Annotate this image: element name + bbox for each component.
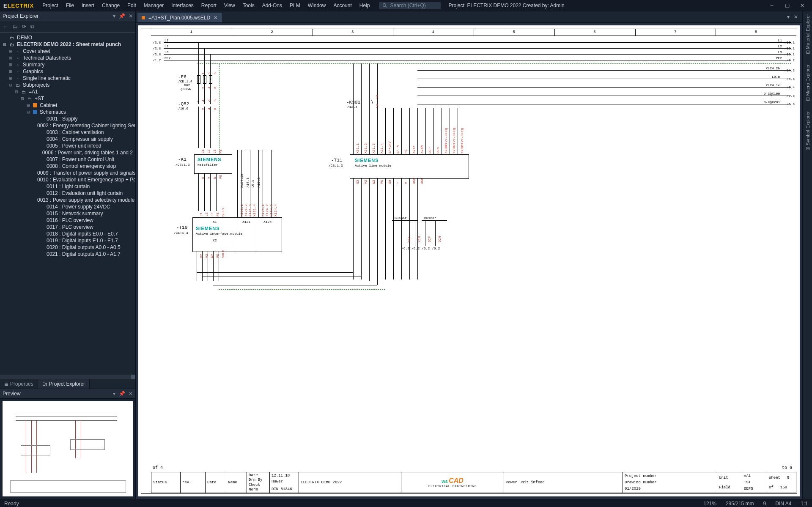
- tree-page-0012[interactable]: 0012 : Evaluation unit light curtain: [0, 190, 135, 197]
- tree-page-0020[interactable]: 0020 : Digital outputs A0.0 - A0.5: [0, 244, 135, 251]
- tree-twisty-icon[interactable]: ⊞: [8, 76, 13, 80]
- q52-ref: /10.6: [178, 107, 188, 110]
- panel-dropdown-icon[interactable]: ▾: [113, 391, 115, 397]
- tree-st[interactable]: ⊟🗀+ST: [0, 95, 135, 102]
- menu-view[interactable]: View: [221, 1, 239, 10]
- menu-plm[interactable]: PLM: [286, 1, 304, 10]
- menu-edit[interactable]: Edit: [124, 1, 140, 10]
- k301-pin: 13: [375, 95, 379, 99]
- tree-page-0005[interactable]: 0005 : Power unit infeed: [0, 143, 135, 149]
- doc-tabs-dropdown-icon[interactable]: ▾: [787, 14, 790, 20]
- tree-scrollbar-h[interactable]: [0, 375, 135, 379]
- tree-page-0014[interactable]: 0014 : Power supply 24VDC: [0, 203, 135, 210]
- tree-page-0002[interactable]: 0002 : Energy metering Cabinet lighting …: [0, 122, 135, 129]
- tab-project-explorer[interactable]: 🗂 Project Explorer: [38, 379, 90, 389]
- tree-page-0008[interactable]: 0008 : Control emergency stop: [0, 163, 135, 170]
- tb-date2-label: Date: [249, 473, 268, 477]
- tree-page-0017[interactable]: 0017 : PLC overview: [0, 224, 135, 230]
- status-zoom[interactable]: 121%: [703, 501, 716, 507]
- tree-page-0001[interactable]: 0001 : Supply: [0, 115, 135, 122]
- tree-page-0011[interactable]: 0011 : Light curtain: [0, 183, 135, 190]
- tree-page-0016[interactable]: 0016 : PLC overview: [0, 217, 135, 224]
- tree-a1[interactable]: ⊟🗀=A1: [0, 88, 135, 95]
- rail-symbol-explorer[interactable]: ⊞ Symbol Explorer: [805, 111, 810, 151]
- menu-insert[interactable]: Insert: [78, 1, 98, 10]
- menu-manager[interactable]: Manager: [140, 1, 167, 10]
- tree-page-0004[interactable]: 0004 : Compressor air supply: [0, 136, 135, 143]
- menu-addons[interactable]: Add-Ons: [259, 1, 285, 10]
- close-button[interactable]: ✕: [795, 0, 809, 11]
- maximize-button[interactable]: ▢: [780, 0, 794, 11]
- menu-help[interactable]: Help: [356, 1, 373, 10]
- menu-report[interactable]: Report: [198, 1, 220, 10]
- menu-interfaces[interactable]: Interfaces: [168, 1, 197, 10]
- tree-node-icon: [39, 157, 44, 162]
- k1-ref: /CE:1.3: [176, 163, 190, 167]
- tree-project-root[interactable]: ⊟🗀ELECTRIX DEMO 2022 : Sheet metal punch: [0, 41, 135, 48]
- tree-node-icon: [39, 204, 44, 209]
- tree-page-0019[interactable]: 0019 : Digital inputs E1.0 - E1.7: [0, 237, 135, 244]
- tree-twisty-icon[interactable]: ⊞: [8, 69, 13, 74]
- tree-twisty-icon[interactable]: ⊞: [26, 103, 30, 107]
- tree-twisty-icon[interactable]: ⊟: [14, 90, 19, 94]
- menu-window[interactable]: Window: [304, 1, 329, 10]
- refresh-icon[interactable]: ⟳: [22, 24, 26, 30]
- panel-dropdown-icon[interactable]: ▾: [113, 13, 115, 19]
- project-tree[interactable]: 🗀DEMO⊟🗀ELECTRIX DEMO 2022 : Sheet metal …: [0, 33, 135, 375]
- panel-close-icon[interactable]: ✕: [129, 13, 133, 19]
- preview-thumbnail[interactable]: [3, 401, 133, 496]
- tree-node-label: 0014 : Power supply 24VDC: [47, 204, 110, 210]
- collapse-icon[interactable]: ⧉: [30, 24, 34, 30]
- panel-pin-icon[interactable]: 📌: [119, 13, 125, 19]
- tree-page-0009[interactable]: 0009 : Transfer of power supply and sign…: [0, 170, 135, 176]
- tree-graphics[interactable]: ⊞▫Graphics: [0, 68, 135, 75]
- tree-twisty-icon[interactable]: ⊟: [3, 42, 7, 47]
- panel-pin-icon[interactable]: 📌: [119, 391, 125, 397]
- busbar-line: [422, 220, 447, 221]
- tree-cover[interactable]: ⊞▫Cover sheet: [0, 48, 135, 55]
- tree-page-0003[interactable]: 0003 : Cabinet ventilation: [0, 129, 135, 136]
- nav-back-icon[interactable]: ←: [3, 24, 8, 30]
- panel-close-icon[interactable]: ✕: [129, 391, 133, 397]
- tree-page-0007[interactable]: 0007 : Power unit Control Unit: [0, 156, 135, 163]
- menu-tools[interactable]: Tools: [239, 1, 258, 10]
- rail-macro-explorer[interactable]: ⊞ Macro Explorer: [805, 64, 810, 101]
- tree-page-0013[interactable]: 0013 : Power supply and selectivity modu…: [0, 197, 135, 203]
- menu-project[interactable]: Project: [39, 1, 61, 10]
- tree-twisty-icon[interactable]: ⊞: [8, 49, 13, 53]
- tree-node-icon: [39, 191, 44, 196]
- tree-twisty-icon[interactable]: ⊞: [8, 56, 13, 60]
- tree-subprojects[interactable]: ⊟🗀Subprojects: [0, 82, 135, 88]
- link-wire-v: [377, 178, 378, 285]
- tree-sld[interactable]: ⊞▫Single line schematic: [0, 75, 135, 82]
- t11-bot-pin: +: [396, 182, 400, 184]
- tree-schematics[interactable]: ⊟Schematics: [0, 109, 135, 115]
- schematic-page[interactable]: 12345678L1/3.8L1/13.1L2/3.8L2/13.1L3/3.8…: [138, 25, 800, 496]
- doc-tab-close-icon[interactable]: ✕: [214, 15, 218, 21]
- doc-tabs-close-all-icon[interactable]: ✕: [794, 14, 798, 20]
- menu-account[interactable]: Account: [330, 1, 355, 10]
- tree-demo[interactable]: 🗀DEMO: [0, 34, 135, 41]
- tree-summary[interactable]: ⊞▫Summary: [0, 61, 135, 68]
- drawing-viewport[interactable]: 12345678L1/3.8L1/13.1L2/3.8L2/13.1L3/3.8…: [136, 23, 802, 499]
- tree-twisty-icon[interactable]: ⊟: [26, 110, 30, 114]
- global-search[interactable]: Search (Ctrl+Q): [379, 2, 441, 9]
- new-folder-icon[interactable]: 🗂: [13, 24, 18, 30]
- status-coords: 295/215 mm: [726, 501, 754, 507]
- tree-page-0006[interactable]: 0006 : Power unit, driving tables 1 and …: [0, 149, 135, 156]
- tree-twisty-icon[interactable]: ⊟: [8, 83, 13, 87]
- tree-datasheets[interactable]: ⊞▫Technical Datasheets: [0, 55, 135, 61]
- minimize-button[interactable]: –: [765, 0, 779, 11]
- menu-change[interactable]: Change: [99, 1, 123, 10]
- menu-file[interactable]: File: [63, 1, 77, 10]
- tree-page-0010[interactable]: 0010 : Evaluation unit Emergency stop + …: [0, 176, 135, 183]
- tree-page-0018[interactable]: 0018 : Digital inputs E0.0 - E0.7: [0, 230, 135, 237]
- tree-twisty-icon[interactable]: ⊞: [8, 63, 13, 67]
- document-tab[interactable]: =A1+ST_Plan.0005.wsELD ✕: [137, 13, 222, 22]
- tree-cabinet[interactable]: ⊞Cabinet: [0, 102, 135, 109]
- tree-page-0021[interactable]: 0021 : Digital outputs A1.0 - A1.7: [0, 251, 135, 258]
- rail-material-explorer[interactable]: ⊞ Material Explorer: [805, 14, 810, 54]
- tab-properties[interactable]: ≣ Properties: [0, 379, 38, 389]
- tree-page-0015[interactable]: 0015 : Network summary: [0, 210, 135, 217]
- tree-twisty-icon[interactable]: ⊟: [20, 96, 25, 101]
